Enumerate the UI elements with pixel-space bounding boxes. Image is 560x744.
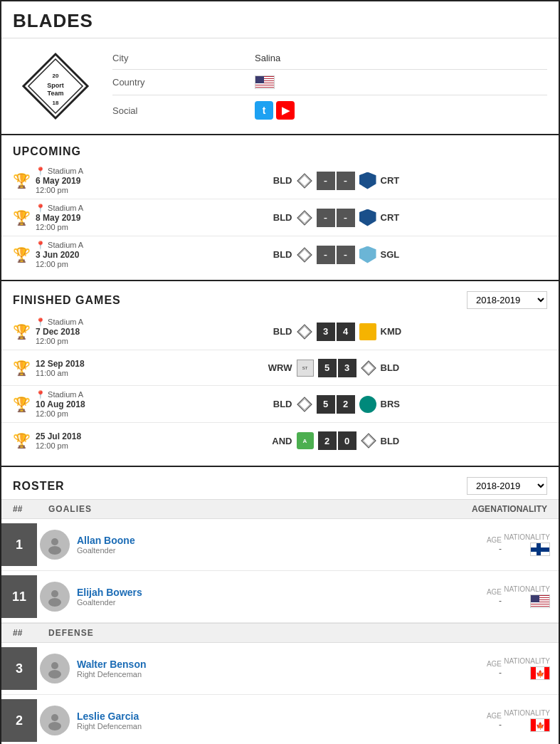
game-date-f4: 25 Jul 2018 <box>36 431 125 441</box>
nat-label-2: NATIONALITY <box>502 709 550 717</box>
game-time-3: 12:00 pm <box>36 260 125 268</box>
game-info-f1: 📍 Stadium A 7 Dec 2018 12:00 pm <box>33 318 125 345</box>
game-info-f3: 📍 Stadium A 10 Aug 2018 12:00 pm <box>33 390 125 418</box>
scores-3: - - <box>317 246 355 264</box>
nat-label-11: NATIONALITY <box>502 585 550 593</box>
scores-2: - - <box>317 209 355 227</box>
player-position-3: Right Defenceman <box>77 670 459 678</box>
us-flag-11 <box>530 594 550 608</box>
roster-season-select[interactable]: 2018-2019 2017-2018 <box>467 477 547 495</box>
player-position-2: Right Defenceman <box>77 722 459 730</box>
game-time-2: 12:00 pm <box>36 223 125 231</box>
svg-text:20: 20 <box>53 73 59 79</box>
svg-point-21 <box>48 546 61 555</box>
nat-label-3: NATIONALITY <box>502 657 550 665</box>
player-num-3: 3 <box>1 647 37 690</box>
avatar-icon-3 <box>45 659 65 678</box>
player-position-11: Goaltender <box>77 598 459 607</box>
player-age-2: AGE - <box>459 712 502 730</box>
svg-marker-8 <box>297 211 312 225</box>
svg-text:Team: Team <box>48 90 64 97</box>
age-val-11: - <box>459 596 502 606</box>
player-avatar-1 <box>37 527 73 562</box>
away-abbr-f4: BLD <box>381 436 408 446</box>
age-label-2: AGE <box>459 712 502 720</box>
upcoming-game-2: 🏆 📍 Stadium A 8 May 2019 12:00 pm BLD - … <box>1 199 559 236</box>
game-teams-f3: BLD 5 2 BRS <box>125 395 547 414</box>
game-date-1: 6 May 2019 <box>36 176 125 186</box>
player-name-2[interactable]: Leslie Garcia <box>77 711 459 722</box>
finished-season-select[interactable]: 2018-2019 2017-2018 <box>467 291 547 309</box>
roster-section: ROSTER 2018-2019 2017-2018 ## GOALIES AG… <box>1 467 559 744</box>
page-title: BLADES <box>13 10 547 32</box>
game-info-f4: 25 Jul 2018 12:00 pm <box>33 431 125 450</box>
twitter-button[interactable]: t <box>255 101 273 120</box>
score-away-f3: 2 <box>337 395 355 414</box>
game-date-f3: 10 Aug 2018 <box>36 399 125 409</box>
ca-flag-2: 🍁 <box>530 718 550 732</box>
home-abbr-2: BLD <box>265 212 292 223</box>
player-name-1[interactable]: Allan Boone <box>77 535 459 546</box>
age-val-2: - <box>459 720 502 730</box>
player-leslie-garcia: 2 Leslie Garcia Right Defenceman AGE - N… <box>1 695 559 744</box>
away-abbr-f2: BLD <box>381 362 408 373</box>
score-away-1: - <box>337 172 355 190</box>
svg-text:Sport: Sport <box>47 82 64 89</box>
home-abbr-f2: WRW <box>265 362 292 373</box>
team-details: City Salina Country Social t ▶ <box>98 47 547 125</box>
team-logo-container: 20 Sport Team 18 <box>13 47 98 125</box>
bld-logo-f3 <box>297 397 312 412</box>
player-name-11[interactable]: Elijah Bowers <box>77 587 459 598</box>
score-away-2: - <box>337 209 355 227</box>
sport-logo-f2: ST <box>297 360 314 377</box>
game-venue-f1: 📍 Stadium A <box>36 318 125 327</box>
game-time-f4: 12:00 pm <box>36 441 125 450</box>
player-age-11: AGE - <box>459 588 502 606</box>
svg-point-24 <box>51 662 58 669</box>
away-abbr-f1: KMD <box>381 326 408 337</box>
city-label: City <box>112 53 255 63</box>
away-abbr-1: CRT <box>381 175 408 186</box>
defense-nat-header <box>490 628 547 638</box>
svg-point-22 <box>51 590 58 597</box>
roster-title: ROSTER <box>13 480 65 493</box>
roster-num-header: ## <box>13 504 48 514</box>
avatar-icon-1 <box>45 535 65 555</box>
player-position-1: Goaltender <box>77 546 459 555</box>
bld-logo-f2 <box>361 360 376 376</box>
player-info-11: Elijah Bowers Goaltender <box>73 587 459 607</box>
game-date-2: 8 May 2019 <box>36 213 125 223</box>
game-teams-f2: WRW ST 5 3 BLD <box>125 359 547 377</box>
game-venue-1: 📍 Stadium A <box>36 167 125 176</box>
ca-flag-3: 🍁 <box>530 666 550 680</box>
scores-1: - - <box>317 172 355 190</box>
player-allan-boone: 1 Allan Boone Goaltender AGE - NATIONALI… <box>1 519 559 571</box>
player-info-1: Allan Boone Goaltender <box>73 535 459 555</box>
finished-game-3: 🏆 📍 Stadium A 10 Aug 2018 12:00 pm BLD 5… <box>1 386 559 423</box>
defense-age-header <box>448 628 490 638</box>
roster-nat-header: NATIONALITY <box>490 504 547 514</box>
crt-logo-1 <box>359 172 376 189</box>
player-avatar-11 <box>37 579 73 614</box>
score-away-f4: 0 <box>338 431 356 450</box>
svg-marker-16 <box>297 397 312 412</box>
game-date-3: 3 Jun 2020 <box>36 250 125 260</box>
game-info-3: 📍 Stadium A 3 Jun 2020 12:00 pm <box>33 241 125 268</box>
finished-header: FINISHED GAMES 2018-2019 2017-2018 <box>1 281 559 313</box>
bld-logo-3 <box>297 247 312 263</box>
game-teams-f4: AND A 2 0 BLD <box>125 431 547 450</box>
social-label: Social <box>112 105 255 116</box>
svg-point-25 <box>48 670 61 678</box>
svg-marker-14 <box>361 361 376 375</box>
player-num-1: 1 <box>1 523 37 566</box>
game-date-f2: 12 Sep 2018 <box>36 359 125 369</box>
youtube-button[interactable]: ▶ <box>276 101 295 120</box>
svg-marker-6 <box>297 174 312 188</box>
age-val-3: - <box>459 668 502 678</box>
player-avatar-2 <box>37 703 73 738</box>
player-name-3[interactable]: Walter Benson <box>77 659 459 670</box>
player-num-11: 11 <box>1 575 37 618</box>
score-home-f2: 5 <box>318 359 337 377</box>
game-time-f2: 11:00 am <box>36 369 125 377</box>
trophy-icon-f2: 🏆 <box>13 360 33 377</box>
